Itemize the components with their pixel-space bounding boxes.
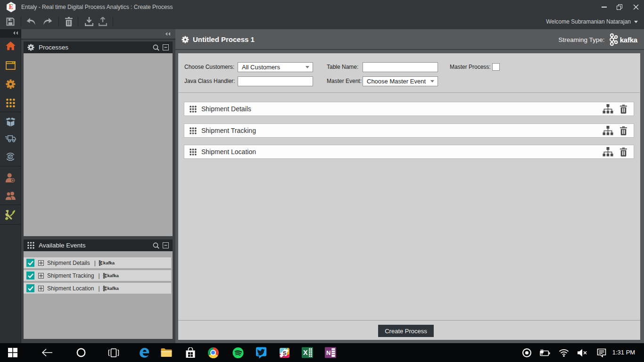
volume-muted-tray-icon[interactable] <box>577 347 588 358</box>
footer-divider <box>178 320 640 321</box>
left-panel-collapse-strip[interactable] <box>21 29 175 40</box>
sidebar-collapse-strip[interactable] <box>0 29 21 38</box>
delete-button[interactable] <box>63 16 74 27</box>
edge-browser-icon[interactable] <box>139 347 150 358</box>
package-box-icon <box>6 117 16 127</box>
svg-text:N: N <box>326 349 330 356</box>
main-content: Choose Customers: All Customers Table Na… <box>178 53 640 340</box>
task-view-button[interactable] <box>108 347 119 358</box>
maximize-button[interactable] <box>611 0 627 14</box>
sidebar-item-add-user[interactable] <box>0 172 21 183</box>
choose-customers-select[interactable]: All Customers <box>238 62 313 72</box>
app-logo-icon: E <box>6 2 16 12</box>
drag-handle-icon[interactable] <box>190 127 197 136</box>
create-process-button[interactable]: Create Process <box>378 325 434 337</box>
event-checkbox-checked[interactable] <box>26 284 34 292</box>
save-button[interactable] <box>5 16 16 27</box>
settings-gear-icon <box>6 79 16 89</box>
hierarchy-icon[interactable] <box>603 147 613 157</box>
drag-handle-icon[interactable] <box>190 106 197 115</box>
sidebar-item-packages[interactable] <box>0 116 21 128</box>
process-event-row[interactable]: Shipment Tracking <box>184 123 634 138</box>
minimize-button[interactable] <box>596 0 612 14</box>
microsoft-store-icon[interactable] <box>185 347 196 358</box>
delete-row-icon[interactable] <box>620 148 627 156</box>
available-events-panel-title: Available Events <box>39 242 86 249</box>
cortana-button[interactable] <box>75 347 87 358</box>
sidebar-item-users[interactable] <box>0 190 21 201</box>
navigation-sidebar: IOT <box>0 29 21 343</box>
sidebar-separator <box>0 166 21 166</box>
collapse-panel-icon[interactable] <box>163 44 169 50</box>
sidebar-separator <box>0 112 21 112</box>
table-name-input[interactable] <box>363 62 438 72</box>
search-icon[interactable] <box>153 242 159 249</box>
expand-plus-icon[interactable] <box>38 273 44 279</box>
chrome-icon[interactable] <box>207 347 219 358</box>
event-checkbox-checked[interactable] <box>26 272 34 280</box>
event-label: Shipment Details|kafka <box>47 257 115 268</box>
spotify-icon[interactable] <box>232 347 244 358</box>
sidebar-item-modules[interactable] <box>0 97 21 108</box>
wifi-tray-icon[interactable] <box>558 347 570 358</box>
drag-handle-icon[interactable] <box>190 148 197 157</box>
sidebar-item-iot[interactable]: IOT <box>0 151 21 162</box>
upload-button[interactable] <box>97 16 108 27</box>
hierarchy-icon[interactable] <box>603 126 613 136</box>
excel-icon[interactable]: X <box>302 347 313 358</box>
sidebar-item-shipping[interactable] <box>0 133 21 144</box>
sidebar-item-apps[interactable] <box>0 60 21 71</box>
dropdown-arrow-icon <box>305 66 309 68</box>
processes-panel-body <box>24 53 173 236</box>
collapse-left-icon <box>165 32 171 36</box>
process-event-label: Shipment Location <box>201 145 256 158</box>
process-event-row[interactable]: Shipment Location <box>184 145 634 159</box>
master-process-checkbox[interactable] <box>492 63 500 71</box>
sidebar-item-home[interactable] <box>0 40 21 51</box>
title-bar: E Entaly - Real time Digital Process Ana… <box>0 0 644 14</box>
event-checkbox-checked[interactable] <box>26 259 34 267</box>
grid-menu-icon <box>6 99 15 107</box>
slack-icon[interactable]: S <box>279 347 290 358</box>
available-event-row[interactable]: Shipment Tracking|kafka <box>24 270 171 281</box>
kafka-logo-icon <box>609 33 619 46</box>
record-tray-icon[interactable] <box>521 347 532 358</box>
action-center-tray-icon[interactable] <box>596 347 607 358</box>
process-gear-icon[interactable] <box>182 36 189 45</box>
add-user-icon <box>5 173 16 183</box>
welcome-caret-icon[interactable] <box>634 21 638 23</box>
close-button[interactable] <box>628 0 644 14</box>
sidebar-item-tools[interactable] <box>0 209 21 221</box>
application-window: E Entaly - Real time Digital Process Ana… <box>0 0 644 362</box>
streaming-type-value: kafka <box>620 36 637 44</box>
event-label: Shipment Tracking|kafka <box>47 270 119 281</box>
delete-row-icon[interactable] <box>620 105 627 114</box>
collapse-panel-icon[interactable] <box>163 242 169 248</box>
battery-tray-icon[interactable] <box>539 347 550 358</box>
redo-button[interactable] <box>42 16 53 27</box>
clock[interactable]: 1:31 PM <box>609 343 638 362</box>
java-class-handler-input[interactable] <box>238 76 313 86</box>
start-button[interactable] <box>7 347 18 358</box>
delete-row-icon[interactable] <box>620 126 627 135</box>
sidebar-item-settings[interactable] <box>0 78 21 90</box>
master-event-select[interactable]: Choose Master Event <box>363 76 438 86</box>
undo-button[interactable] <box>25 16 37 27</box>
kafka-logo-icon: kafka <box>103 283 119 294</box>
processes-gear-icon <box>27 44 34 51</box>
expand-plus-icon[interactable] <box>38 286 44 291</box>
download-button[interactable] <box>83 16 95 27</box>
back-button[interactable] <box>41 347 53 358</box>
onenote-icon[interactable]: N <box>325 347 336 358</box>
twitter-icon[interactable] <box>256 347 267 358</box>
available-event-row[interactable]: Shipment Details|kafka <box>24 257 171 268</box>
window-title: Entaly - Real time Digital Process Analy… <box>21 0 173 14</box>
hierarchy-icon[interactable] <box>603 104 613 114</box>
search-icon[interactable] <box>153 44 159 51</box>
welcome-user-menu[interactable]: Welcome Subramanian Natarajan <box>546 14 631 29</box>
file-explorer-icon[interactable] <box>161 347 172 358</box>
process-event-row[interactable]: Shipment Details <box>184 102 634 116</box>
svg-text:S: S <box>282 350 286 356</box>
expand-plus-icon[interactable] <box>38 260 44 266</box>
available-event-row[interactable]: Shipment Location|kafka <box>24 283 171 294</box>
